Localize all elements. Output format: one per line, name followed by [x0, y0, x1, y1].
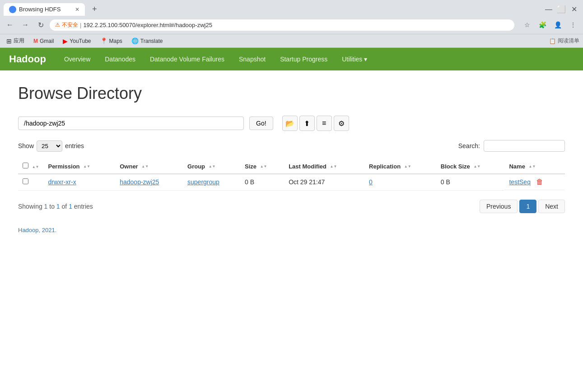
pagination-to: 1: [56, 203, 60, 210]
permission-sort-icon: ▲▼: [83, 165, 90, 168]
select-all-checkbox[interactable]: [23, 163, 28, 168]
page-title: Browse Directory: [18, 84, 565, 103]
forward-button[interactable]: →: [19, 19, 32, 31]
permission-link[interactable]: drwxr-xr-x: [48, 178, 76, 186]
col-size[interactable]: Size ▲▼: [240, 159, 284, 174]
browser-tab[interactable]: Browsing HDFS ✕: [4, 3, 85, 16]
tab-close-button[interactable]: ✕: [75, 6, 79, 13]
maps-icon: 📍: [100, 37, 107, 44]
size-sort-icon: ▲▼: [260, 165, 267, 168]
col-permission-label: Permission: [48, 163, 79, 170]
upload-button[interactable]: ⬆: [299, 116, 315, 131]
list-view-button[interactable]: ≡: [317, 116, 332, 131]
bookmark-apps[interactable]: ⊞ 应用: [4, 36, 27, 46]
col-owner-label: Owner: [120, 163, 138, 170]
toolbar-icons: ☆ 🧩 👤 ⋮: [521, 19, 579, 31]
apps-icon: ⊞: [6, 37, 12, 45]
bookmarks-bar: ⊞ 应用 M Gmail ▶ YouTube 📍 Maps 🌐 Translat…: [0, 34, 583, 47]
row-checkbox[interactable]: [23, 178, 28, 184]
reload-button[interactable]: ↻: [34, 19, 47, 31]
delete-button[interactable]: 🗑: [536, 178, 543, 186]
address-separator: |: [80, 22, 81, 28]
to-label: to: [49, 203, 55, 210]
list-view-icon: ≡: [322, 119, 326, 127]
search-input[interactable]: [484, 140, 565, 152]
name-sort-icon: ▲▼: [529, 165, 536, 168]
row-group: supergroup: [183, 174, 240, 190]
reading-list-icon: 📋: [549, 38, 556, 44]
nav-overview-label: Overview: [64, 56, 90, 63]
maximize-button[interactable]: ⬜: [556, 4, 567, 15]
nav-datanode-volume-failures-label: Datanode Volume Failures: [150, 56, 224, 63]
open-folder-button[interactable]: 📂: [282, 116, 298, 131]
nav-startup-progress[interactable]: Startup Progress: [273, 49, 335, 69]
translate-icon: 🌐: [131, 37, 139, 44]
pagination-area: Showing 1 to 1 of 1 entries Previous 1 N…: [18, 200, 565, 213]
col-name-label: Name: [509, 163, 525, 170]
settings-icon: ⚙: [338, 119, 345, 128]
table-row: drwxr-xr-x hadoop-zwj25 supergroup 0 B O…: [18, 174, 565, 190]
security-warning-icon: ⚠: [55, 22, 60, 28]
col-group[interactable]: Group ▲▼: [183, 159, 240, 174]
address-bar[interactable]: ⚠ 不安全 | 192.2.25.100:50070/explorer.html…: [50, 19, 514, 31]
replication-link[interactable]: 0: [369, 178, 373, 186]
bookmark-youtube[interactable]: ▶ YouTube: [60, 37, 93, 46]
last-modified-sort-icon: ▲▼: [330, 165, 337, 168]
owner-link[interactable]: hadoop-zwj25: [120, 178, 159, 186]
path-input[interactable]: [18, 117, 244, 130]
col-name[interactable]: Name ▲▼: [504, 159, 565, 174]
nav-startup-progress-label: Startup Progress: [280, 56, 327, 63]
navbar-brand[interactable]: Hadoop: [9, 48, 53, 70]
col-last-modified-label: Last Modified: [289, 163, 326, 170]
next-button[interactable]: Next: [538, 200, 565, 213]
minimize-button[interactable]: —: [543, 4, 554, 15]
menu-button[interactable]: ⋮: [567, 19, 579, 31]
back-button[interactable]: ←: [4, 19, 16, 31]
profile-button[interactable]: 👤: [551, 19, 564, 31]
entries-select[interactable]: 10 25 50 100: [37, 140, 62, 152]
row-size: 0 B: [240, 174, 284, 190]
window-controls: — ⬜ ✕: [543, 4, 579, 15]
go-button[interactable]: Go!: [249, 117, 273, 130]
col-permission[interactable]: Permission ▲▼: [43, 159, 115, 174]
nav-snapshot[interactable]: Snapshot: [232, 49, 273, 69]
show-entries-row: Show 10 25 50 100 entries Search:: [18, 140, 565, 152]
page-content: Hadoop Overview Datanodes Datanode Volum…: [0, 48, 583, 319]
col-size-label: Size: [245, 163, 257, 170]
name-link[interactable]: testSeq: [509, 178, 530, 186]
page-1-button[interactable]: 1: [519, 200, 536, 213]
security-warning-text: 不安全: [62, 21, 78, 29]
col-owner[interactable]: Owner ▲▼: [115, 159, 183, 174]
reading-list-label: 阅读清单: [558, 37, 579, 45]
bookmark-maps[interactable]: 📍 Maps: [98, 37, 125, 45]
close-button[interactable]: ✕: [569, 4, 579, 15]
show-label: Show: [18, 142, 34, 149]
extensions-button[interactable]: 🧩: [536, 19, 549, 31]
col-block-size[interactable]: Block Size ▲▼: [436, 159, 505, 174]
tab-title: Browsing HDFS: [19, 6, 61, 13]
new-tab-button[interactable]: +: [89, 3, 101, 16]
nav-utilities[interactable]: Utilities ▾: [335, 49, 374, 69]
previous-button[interactable]: Previous: [480, 200, 518, 213]
address-text: 192.2.25.100:50070/explorer.html#/hadoop…: [83, 22, 509, 28]
reading-list-button[interactable]: 📋 阅读清单: [549, 37, 579, 45]
col-last-modified[interactable]: Last Modified ▲▼: [284, 159, 364, 174]
youtube-icon: ▶: [63, 37, 68, 45]
col-replication[interactable]: Replication ▲▼: [364, 159, 436, 174]
showing-label: Showing: [18, 203, 42, 210]
nav-datanodes[interactable]: Datanodes: [98, 49, 143, 69]
group-link[interactable]: supergroup: [187, 178, 219, 186]
browser-titlebar: Browsing HDFS ✕ + — ⬜ ✕: [0, 0, 583, 16]
showing-text: Showing 1 to 1 of 1 entries: [18, 203, 93, 210]
bookmark-star-button[interactable]: ☆: [521, 19, 533, 31]
bookmark-translate[interactable]: 🌐 Translate: [129, 37, 166, 45]
path-form: Go! 📂 ⬆ ≡ ⚙: [18, 116, 565, 131]
settings-button[interactable]: ⚙: [334, 116, 349, 131]
nav-overview[interactable]: Overview: [57, 49, 98, 69]
pagination-controls: Previous 1 Next: [480, 200, 565, 213]
entries-label: entries: [65, 142, 84, 149]
bookmark-youtube-label: YouTube: [70, 38, 91, 44]
bookmark-gmail[interactable]: M Gmail: [31, 37, 56, 45]
browser-toolbar: ← → ↻ ⚠ 不安全 | 192.2.25.100:50070/explore…: [0, 16, 583, 34]
nav-datanode-volume-failures[interactable]: Datanode Volume Failures: [143, 49, 232, 69]
